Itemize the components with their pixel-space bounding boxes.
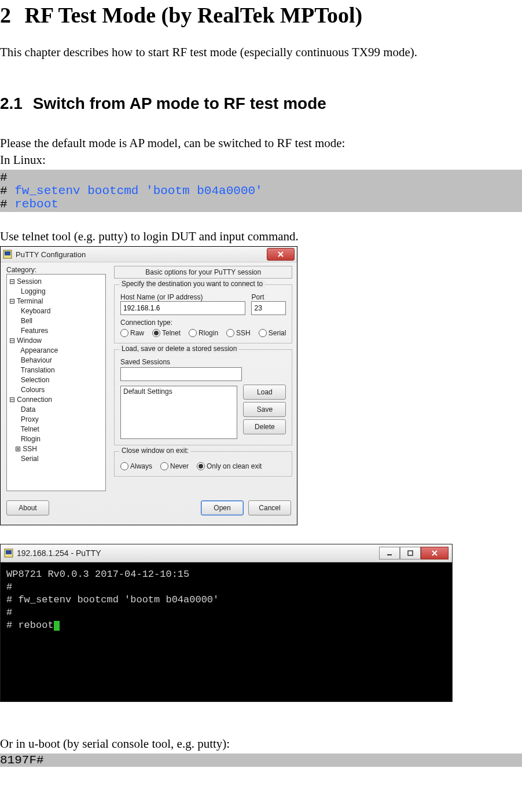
sessions-listbox[interactable]: Default Settings: [120, 386, 237, 439]
terminal-line: # reboot: [6, 619, 446, 632]
load-button[interactable]: Load: [243, 385, 286, 400]
tree-item-behaviour[interactable]: Behaviour: [9, 356, 105, 365]
tree-item-colours[interactable]: Colours: [9, 385, 105, 395]
group-saved-sessions: Load, save or delete a stored session Sa…: [114, 349, 292, 445]
chapter-number: 2: [0, 3, 11, 27]
cancel-button[interactable]: Cancel: [248, 500, 291, 515]
putty-titlebar[interactable]: PuTTY Configuration: [1, 247, 297, 262]
linux-code-block: # # fw_setenv bootcmd 'bootm b04a0000' #…: [0, 170, 522, 212]
tree-item-rlogin[interactable]: Rlogin: [9, 434, 105, 444]
group-saved-legend: Load, save or delete a stored session: [119, 345, 239, 353]
tree-item-terminal[interactable]: ⊟ Terminal: [9, 297, 105, 306]
tree-item-selection[interactable]: Selection: [9, 375, 105, 385]
tree-item-window[interactable]: ⊟ Window: [9, 336, 105, 346]
section-heading: 2.1 Switch from AP mode to RF test mode: [0, 94, 522, 113]
minimize-icon: [387, 550, 392, 556]
tree-item-keyboard[interactable]: Keyboard: [9, 306, 105, 316]
tree-item-session[interactable]: ⊟ Session: [9, 277, 105, 287]
chapter-heading: 2 RF Test Mode (by RealTek MPTool): [0, 2, 522, 28]
chapter-intro: This chapter describes how to start RF t…: [0, 45, 522, 60]
radio-telnet[interactable]: Telnet: [152, 329, 181, 337]
category-label: Category:: [6, 266, 106, 274]
paragraph-uboot: Or in u-boot (by serial console tool, e.…: [0, 737, 522, 751]
paragraph-in-linux: In Linux:: [0, 153, 522, 167]
host-input[interactable]: [120, 301, 245, 315]
terminal-icon: [4, 548, 13, 558]
terminal-titlebar[interactable]: 192.168.1.254 - PuTTY: [1, 544, 452, 562]
saved-sessions-label: Saved Sessions: [120, 358, 286, 366]
minimize-button[interactable]: [379, 547, 400, 559]
section-number: 2.1: [0, 94, 23, 112]
cursor-icon: [54, 621, 60, 631]
open-button[interactable]: Open: [201, 500, 244, 515]
command-fwsetenv: fw_setenv bootcmd 'bootm b04a0000': [14, 184, 262, 197]
svg-rect-1: [5, 251, 10, 255]
tree-item-proxy[interactable]: Proxy: [9, 415, 105, 425]
prompt: #: [0, 197, 8, 211]
prompt: #: [0, 171, 8, 184]
tree-item-connection[interactable]: ⊟ Connection: [9, 395, 105, 405]
host-label: Host Name (or IP address): [120, 293, 245, 301]
terminal-body[interactable]: WP8721 Rv0.0.3 2017-04-12-10:15 # # fw_s…: [1, 562, 452, 701]
port-input[interactable]: [251, 301, 286, 315]
delete-button[interactable]: Delete: [243, 419, 286, 434]
panel-header: Basic options for your PuTTY session: [114, 266, 292, 279]
terminal-close-button[interactable]: [421, 547, 449, 559]
group-destination: Specify the destination you want to conn…: [114, 284, 292, 343]
terminal-line: #: [6, 606, 446, 619]
maximize-icon: [407, 550, 413, 556]
terminal-line: #: [6, 581, 446, 594]
tree-item-features[interactable]: Features: [9, 326, 105, 336]
paragraph-telnet: Use telnet tool (e.g. putty) to login DU…: [0, 229, 522, 244]
radio-exit-always[interactable]: Always: [120, 462, 152, 470]
svg-rect-5: [408, 551, 413, 555]
terminal-title: 192.168.1.254 - PuTTY: [17, 548, 376, 558]
tree-item-logging[interactable]: Logging: [9, 287, 105, 297]
uboot-prompt: 8197F#: [0, 754, 522, 767]
radio-serial[interactable]: Serial: [259, 329, 286, 337]
svg-rect-3: [6, 550, 12, 554]
tree-item-serial[interactable]: Serial: [9, 454, 105, 464]
terminal-line: WP8721 Rv0.0.3 2017-04-12-10:15: [6, 568, 446, 581]
radio-exit-clean[interactable]: Only on clean exit: [197, 462, 262, 470]
group-exit-legend: Close window on exit:: [119, 447, 191, 455]
tree-item-translation[interactable]: Translation: [9, 365, 105, 375]
tree-item-appearance[interactable]: Appearance: [9, 346, 105, 356]
command-reboot: reboot: [14, 197, 58, 211]
category-tree[interactable]: ⊟ Session Logging ⊟ Terminal Keyboard Be…: [6, 274, 106, 491]
prompt: #: [0, 184, 8, 197]
group-close-on-exit: Close window on exit: Always Never Only …: [114, 451, 292, 477]
section-title: Switch from AP mode to RF test mode: [33, 94, 326, 112]
radio-raw[interactable]: Raw: [120, 329, 144, 337]
radio-rlogin[interactable]: Rlogin: [189, 329, 218, 337]
about-button[interactable]: About: [6, 500, 49, 515]
conntype-radios: Raw Telnet Rlogin SSH Serial: [120, 329, 286, 337]
chapter-title: RF Test Mode (by RealTek MPTool): [25, 3, 363, 27]
port-label: Port: [251, 293, 286, 301]
putty-config-window: PuTTY Configuration Category: ⊟ Session …: [0, 246, 297, 525]
paragraph-default-mode: Please the default mode is AP model, can…: [0, 136, 522, 151]
tree-item-ssh[interactable]: ⊞ SSH: [9, 444, 105, 454]
close-button[interactable]: [267, 248, 295, 261]
close-icon: [277, 251, 284, 258]
save-button[interactable]: Save: [243, 402, 286, 417]
close-icon: [431, 550, 438, 557]
saved-sessions-input[interactable]: [120, 367, 242, 381]
radio-ssh[interactable]: SSH: [226, 329, 251, 337]
putty-title: PuTTY Configuration: [16, 250, 267, 259]
maximize-button[interactable]: [400, 547, 421, 559]
tree-item-telnet[interactable]: Telnet: [9, 425, 105, 434]
tree-item-data[interactable]: Data: [9, 405, 105, 415]
group-destination-legend: Specify the destination you want to conn…: [119, 280, 265, 288]
tree-item-bell[interactable]: Bell: [9, 316, 105, 326]
radio-exit-never[interactable]: Never: [160, 462, 189, 470]
conntype-label: Connection type:: [120, 319, 286, 327]
putty-icon: [3, 250, 12, 259]
terminal-line: # fw_setenv bootcmd 'bootm b04a0000': [6, 594, 446, 606]
list-item[interactable]: Default Settings: [123, 387, 234, 396]
putty-terminal-window: 192.168.1.254 - PuTTY WP8721 Rv0.0.3 201…: [0, 544, 453, 702]
